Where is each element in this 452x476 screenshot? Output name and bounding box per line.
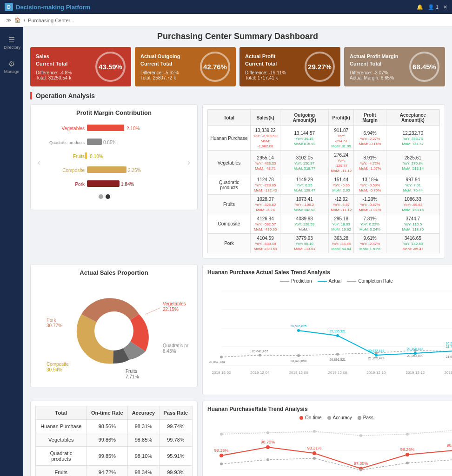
row-sales: 1028.07YoY: -326.62MoM: -6.74 — [250, 195, 280, 214]
legend-ontime-label: On-time — [305, 415, 322, 420]
svg-text:25,136,321: 25,136,321 — [329, 330, 346, 333]
row-acceptance: 2825.61YoY: 276.84MoM: 513.14 — [386, 151, 439, 175]
rate-pass: 99.78% — [159, 433, 192, 447]
section-operation-analysis: Operation Analysis — [30, 92, 445, 99]
svg-text:98.56%: 98.56% — [447, 443, 452, 448]
rate-trend-panel: Huanan PurchaseRate Trend Analysis On-ti… — [202, 401, 452, 476]
legend-pred-label: Prediction — [291, 278, 312, 284]
app-name: Decision-making Platform — [16, 4, 90, 11]
row-acceptance: 12,232.70YoY: 333.76MoM: 741.57 — [386, 126, 439, 151]
sidebar-item-manage[interactable]: ⚙ Manage — [0, 56, 23, 78]
donut-chart-container: Actual Sales Proportion — [30, 264, 198, 387]
app-logo: D — [5, 3, 13, 11]
svg-point-15 — [99, 194, 103, 199]
row-profit: 363.28YoY: -86.45MoM: 54.64 — [329, 234, 354, 253]
rate-trend-title: Huanan PurchaseRate Trend Analysis — [207, 406, 452, 412]
row-outgoing: 1073.41YoY: -106.2MoM: 142.03 — [280, 195, 329, 214]
svg-rect-13 — [87, 180, 120, 187]
section-red-bar — [30, 92, 32, 99]
svg-text:-0.10%: -0.10% — [88, 154, 103, 159]
sales-table: Total Sales(k) Outgoing Amount(k) Profit… — [207, 109, 440, 253]
legend-actual-line — [318, 281, 327, 282]
svg-point-92 — [359, 434, 362, 437]
svg-point-90 — [266, 431, 269, 434]
row-profit: 151.44YoY: -6.66MoM: 2.65 — [329, 175, 354, 195]
profit-margin-chart: Profit Margin Contribution ‹ Vegetables … — [30, 104, 198, 210]
kpi-total-sales: Total: 31250.54 k — [36, 75, 72, 80]
svg-text:Pork: Pork — [75, 182, 85, 187]
svg-text:97.30%: 97.30% — [354, 461, 368, 466]
kpi-circle-profit: 29.27% — [305, 52, 335, 82]
legend-ontime-dot — [299, 416, 303, 420]
svg-text:1.84%: 1.84% — [121, 182, 134, 187]
topbar-icons: 🔔 👤 1 ✕ — [417, 4, 447, 10]
kpi-title-profit: Actual ProfitCurrent Total — [245, 53, 286, 67]
svg-text:Fruits: Fruits — [126, 369, 137, 374]
bar-chart-area: Vegetables 2.10% Quadratic products 0.85… — [43, 120, 185, 205]
home-icon[interactable]: 🏠 — [14, 17, 21, 23]
prev-arrow[interactable]: ‹ — [35, 155, 43, 170]
row-acceptance: 3744.7YoY: 110.5MoM: 118.85 — [386, 214, 439, 234]
trend-chart-container: Huanan Purchase Actual Sales Trend Analy… — [202, 264, 452, 395]
kpi-card-margin: Actual Profit MarginCurrent Total Differ… — [344, 47, 445, 86]
row-profit: 276.24YoY: -125.87MoM: -11.12 — [329, 151, 354, 175]
row-sales: 13,339.22YoY: -2,929.90MoM: -1,682.00 — [250, 126, 280, 151]
svg-text:21,953,090: 21,953,090 — [407, 354, 423, 357]
chart-with-arrows: ‹ Vegetables 2.10% Quadratic products — [35, 120, 193, 205]
row-sales: 4126.84YoY: -592.57MoM: -435.65 — [250, 214, 280, 234]
svg-point-40 — [336, 353, 339, 356]
close-icon[interactable]: ✕ — [443, 4, 447, 10]
svg-text:21,255,423: 21,255,423 — [368, 357, 384, 360]
sidebar-item-directory[interactable]: ☰ Directory — [0, 32, 23, 53]
sidebar: ☰ Directory ⚙ Manage — [0, 27, 23, 476]
svg-rect-10 — [87, 166, 126, 173]
svg-point-38 — [297, 354, 300, 357]
row-name: Composite — [208, 214, 251, 234]
legend-completion: Completion Rate — [347, 278, 392, 284]
left-panel-profit: Profit Margin Contribution ‹ Vegetables … — [30, 104, 198, 258]
breadcrumb-separator: / — [24, 18, 25, 23]
svg-text:0.85%: 0.85% — [103, 140, 116, 145]
profit-margin-title: Profit Margin Contribution — [35, 109, 193, 116]
rate-table-panel: Total On-time Rate Accuracy Pass Rate Hu… — [30, 401, 198, 476]
topbar: D Decision-making Platform 🔔 👤 1 ✕ — [0, 0, 452, 14]
sidebar-label-directory: Directory — [4, 45, 20, 50]
col-profit: Profit(k) — [329, 110, 354, 126]
kpi-card-sales: SalesCurrent Total Difference: -4.8% Tot… — [30, 47, 131, 86]
kpi-circle-margin: 68.45% — [409, 52, 439, 82]
kpi-diff-profit: Difference: -19.11% — [245, 70, 286, 75]
svg-text:Composite: Composite — [62, 168, 85, 173]
user-icon[interactable]: 👤 1 — [428, 4, 439, 10]
svg-text:20,891,921: 20,891,921 — [329, 358, 346, 361]
kpi-card-outgoing: Actual OutgoingCurrent Total Difference:… — [135, 47, 236, 86]
table-row: Fruits 1028.07YoY: -326.62MoM: -6.74 107… — [208, 195, 440, 214]
breadcrumb-path[interactable]: Purchasing Center... — [28, 18, 74, 23]
svg-point-52 — [375, 354, 378, 357]
table-row: Composite 4126.84YoY: -592.57MoM: -435.6… — [208, 214, 440, 234]
next-arrow[interactable]: › — [185, 155, 193, 170]
rate-row: Fruits 94.72% 98.34% 99.93% — [36, 466, 193, 476]
legend-pass: Pass — [358, 415, 373, 420]
kpi-circle-outgoing: 42.76% — [200, 52, 230, 82]
row-acceptance: 1086.33YoY: -99.63MoM: 153.15 — [386, 195, 439, 214]
expand-icon[interactable]: ≫ — [6, 17, 12, 23]
donut-panel: Actual Sales Proportion — [30, 264, 198, 395]
rate-col-accuracy: Accuracy — [127, 406, 159, 420]
svg-point-79 — [405, 453, 409, 456]
legend-accuracy-label: Accuracy — [333, 415, 352, 420]
bell-icon[interactable]: 🔔 — [417, 4, 423, 10]
kpi-total-margin: Actual Margin: 6.65% — [350, 75, 399, 80]
svg-point-83 — [220, 463, 223, 465]
svg-point-75 — [312, 451, 316, 455]
bottom-row: Total On-time Rate Accuracy Pass Rate Hu… — [30, 401, 445, 476]
rate-trend-container: Huanan PurchaseRate Trend Analysis On-ti… — [202, 401, 452, 476]
svg-text:Vegetables: Vegetables — [163, 301, 186, 306]
svg-point-16 — [106, 194, 110, 199]
row-name: Fruits — [208, 195, 251, 214]
rate-name: Vegetables — [36, 433, 87, 447]
row-outgoing: 13,144.57YoY: 39.15MoM: 815.92 — [280, 126, 329, 151]
svg-text:Composite: Composite — [47, 362, 69, 367]
svg-text:2.10%: 2.10% — [126, 126, 140, 131]
kpi-circle-sales: 43.59% — [95, 52, 126, 82]
trend-legend: Prediction Actual Completion Rate — [207, 278, 452, 284]
